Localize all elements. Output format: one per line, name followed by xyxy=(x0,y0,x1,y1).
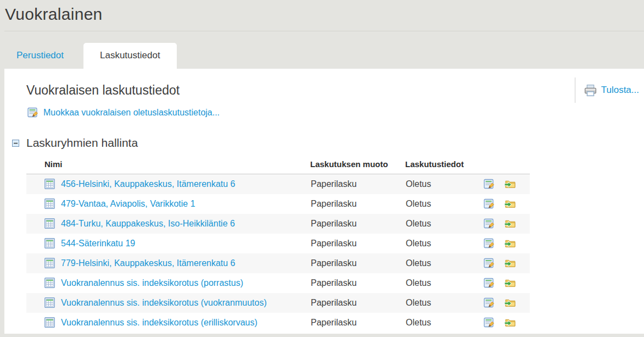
edit-icon[interactable] xyxy=(484,198,495,209)
billing-info-cell: Oletus xyxy=(405,253,475,273)
invoice-group-link[interactable]: 779-Helsinki, Kauppakeskus, Itämerenkatu… xyxy=(61,258,236,268)
invoice-group-link[interactable]: 484-Turku, Kauppakeskus, Iso-Heikkilänti… xyxy=(61,219,235,229)
billing-format-cell: Paperilasku xyxy=(310,313,405,333)
table-icon xyxy=(44,278,55,288)
table-header-row: Nimi Laskutuksen muoto Laskutustiedot xyxy=(26,156,530,174)
billing-format-cell: Paperilasku xyxy=(310,273,405,293)
table-icon xyxy=(44,317,55,328)
table-row: 456-Helsinki, Kauppakeskus, Itämerenkatu… xyxy=(26,174,530,194)
invoice-groups-heading: Laskuryhmien hallinta xyxy=(26,136,138,150)
edit-icon[interactable] xyxy=(484,218,495,229)
table-row: 484-Turku, Kauppakeskus, Iso-Heikkilänti… xyxy=(26,214,530,234)
edit-icon[interactable] xyxy=(484,297,495,308)
open-folder-icon[interactable] xyxy=(504,239,516,248)
invoice-group-link[interactable]: Vuokranalennus sis. indeksikorotus (vuok… xyxy=(61,298,267,308)
open-folder-icon[interactable] xyxy=(504,318,516,327)
table-row: 479-Vantaa, Aviapolis, Varikkotie 1 Pape… xyxy=(26,194,530,214)
billing-format-cell: Paperilasku xyxy=(310,253,405,273)
billing-format-cell: Paperilasku xyxy=(310,194,405,214)
invoice-groups-header: Laskuryhmien hallinta xyxy=(12,136,644,150)
billing-info-cell: Oletus xyxy=(405,273,475,293)
billing-format-cell: Paperilasku xyxy=(310,174,405,194)
table-icon xyxy=(44,238,55,248)
edit-icon[interactable] xyxy=(484,179,495,190)
collapse-icon[interactable] xyxy=(12,140,19,147)
table-row: Vuokranalennus sis. indeksikorotus (eril… xyxy=(26,313,530,333)
edit-icon[interactable] xyxy=(484,238,495,249)
panel-heading: Vuokralaisen laskutustiedot xyxy=(4,69,644,98)
printer-icon[interactable] xyxy=(584,84,597,97)
billing-info-cell: Oletus xyxy=(405,293,475,313)
billing-info-cell: Oletus xyxy=(405,174,475,194)
table-icon xyxy=(44,258,55,268)
table-row: 779-Helsinki, Kauppakeskus, Itämerenkatu… xyxy=(26,253,530,273)
billing-format-cell: Paperilasku xyxy=(310,214,405,234)
billing-info-cell: Oletus xyxy=(405,214,475,234)
vertical-divider xyxy=(575,78,575,103)
billing-info-cell: Oletus xyxy=(405,194,475,214)
open-folder-icon[interactable] xyxy=(504,278,516,288)
billing-panel: Tulosta... Vuokralaisen laskutustiedot M… xyxy=(4,69,644,334)
table-icon xyxy=(44,297,55,308)
table-row: 544-Säterinkatu 19 Paperilasku Oletus xyxy=(26,234,530,253)
invoice-group-link[interactable]: Vuokranalennus sis. indeksikorotus (porr… xyxy=(61,278,243,288)
edit-icon[interactable] xyxy=(484,258,495,269)
tab-laskutustiedot[interactable]: Laskutustiedot xyxy=(83,43,177,69)
open-folder-icon[interactable] xyxy=(504,219,516,228)
tab-perustiedot[interactable]: Perustiedot xyxy=(16,43,70,69)
billing-format-cell: Paperilasku xyxy=(310,293,405,313)
edit-icon xyxy=(27,107,38,118)
open-folder-icon[interactable] xyxy=(504,179,516,189)
column-header-actions xyxy=(475,156,530,174)
edit-defaults-label: Muokkaa vuokralaisen oletuslaskutustieto… xyxy=(43,108,220,118)
column-header-billing-format: Laskutuksen muoto xyxy=(310,156,405,174)
column-header-name: Nimi xyxy=(26,156,310,174)
invoice-group-link[interactable]: Vuokranalennus sis. indeksikorotus (eril… xyxy=(61,318,257,328)
edit-icon[interactable] xyxy=(484,278,495,289)
tab-bar: Perustiedot Laskutustiedot xyxy=(0,31,644,69)
print-area: Tulosta... xyxy=(575,78,639,103)
edit-defaults-link[interactable]: Muokkaa vuokralaisen oletuslaskutustieto… xyxy=(27,107,644,118)
column-header-billing-info: Laskutustiedot xyxy=(405,156,475,174)
open-folder-icon[interactable] xyxy=(504,199,516,208)
open-folder-icon[interactable] xyxy=(504,298,516,307)
billing-format-cell: Paperilasku xyxy=(310,234,405,253)
table-icon xyxy=(44,218,55,229)
invoice-group-link[interactable]: 456-Helsinki, Kauppakeskus, Itämerenkatu… xyxy=(61,179,236,189)
billing-info-cell: Oletus xyxy=(405,313,475,333)
table-row: Vuokranalennus sis. indeksikorotus (porr… xyxy=(26,273,530,293)
billing-info-cell: Oletus xyxy=(405,234,475,253)
edit-icon[interactable] xyxy=(484,317,495,328)
table-icon xyxy=(44,179,55,189)
invoice-groups-table: Nimi Laskutuksen muoto Laskutustiedot 45… xyxy=(26,156,530,333)
page-title: Vuokralainen xyxy=(0,0,644,24)
table-icon xyxy=(44,198,55,209)
open-folder-icon[interactable] xyxy=(504,258,516,268)
invoice-group-link[interactable]: 479-Vantaa, Aviapolis, Varikkotie 1 xyxy=(61,199,195,209)
invoice-groups-body: 456-Helsinki, Kauppakeskus, Itämerenkatu… xyxy=(26,174,530,333)
table-row: Vuokranalennus sis. indeksikorotus (vuok… xyxy=(26,293,530,313)
print-link[interactable]: Tulosta... xyxy=(601,85,639,96)
invoice-group-link[interactable]: 544-Säterinkatu 19 xyxy=(61,239,135,248)
